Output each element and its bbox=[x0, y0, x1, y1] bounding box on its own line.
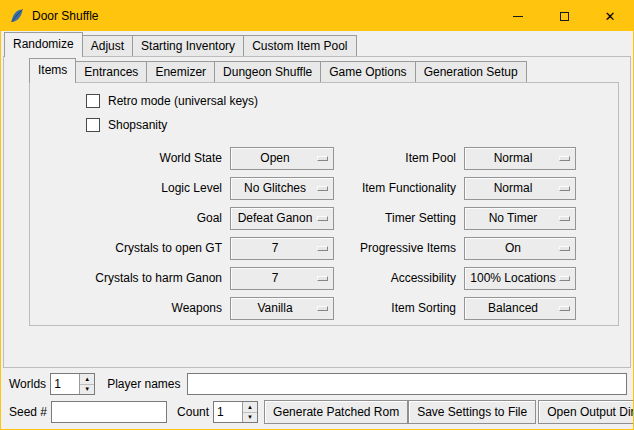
retro-mode-label: Retro mode (universal keys) bbox=[108, 94, 258, 108]
tab-items[interactable]: Items bbox=[29, 58, 76, 83]
field-row: Crystals to open GT 7 Progressive Items … bbox=[86, 233, 618, 263]
titlebar[interactable]: Door Shuffle ✕ bbox=[1, 1, 633, 31]
dropdown-indicator-icon bbox=[559, 156, 570, 161]
goal-dropdown[interactable]: Defeat Ganon bbox=[230, 207, 334, 230]
bottom-bar: Worlds ▲ ▼ Player names Seed # Count ▲ ▼ bbox=[1, 368, 633, 429]
worlds-spin-up-button[interactable]: ▲ bbox=[80, 374, 94, 385]
seed-row: Seed # Count ▲ ▼ Generate Patched Rom Sa… bbox=[9, 400, 627, 424]
maximize-icon bbox=[560, 12, 569, 21]
field-row: Goal Defeat Ganon Timer Setting No Timer bbox=[86, 203, 618, 233]
progressive-items-dropdown[interactable]: On bbox=[464, 237, 576, 260]
field-row: Logic Level No Glitches Item Functionali… bbox=[86, 173, 618, 203]
seed-label: Seed # bbox=[9, 405, 47, 419]
item-pool-label: Item Pool bbox=[334, 151, 456, 165]
crystals-gt-value: 7 bbox=[272, 241, 279, 255]
dropdown-indicator-icon bbox=[317, 306, 328, 311]
dropdown-indicator-icon bbox=[317, 216, 328, 221]
dropdown-indicator-icon bbox=[317, 246, 328, 251]
progressive-items-label: Progressive Items bbox=[334, 241, 456, 255]
dropdown-indicator-icon bbox=[559, 276, 570, 281]
logic-level-label: Logic Level bbox=[86, 181, 222, 195]
tab-adjust[interactable]: Adjust bbox=[82, 35, 133, 56]
crystals-ganon-label: Crystals to harm Ganon bbox=[86, 271, 222, 285]
items-pane: Retro mode (universal keys) Shopsanity W… bbox=[29, 82, 619, 326]
item-pool-value: Normal bbox=[494, 151, 533, 165]
timer-setting-label: Timer Setting bbox=[334, 211, 456, 225]
door-shuffle-window: Door Shuffle ✕ Randomize Adjust Starting… bbox=[0, 0, 634, 430]
tab-generation-setup[interactable]: Generation Setup bbox=[415, 61, 527, 82]
inner-tabbar: Items Entrances Enemizer Dungeon Shuffle… bbox=[4, 57, 630, 82]
dropdown-indicator-icon bbox=[559, 306, 570, 311]
accessibility-value: 100% Locations bbox=[470, 271, 555, 285]
maximize-button[interactable] bbox=[541, 1, 587, 31]
dropdown-indicator-icon bbox=[559, 246, 570, 251]
item-functionality-dropdown[interactable]: Normal bbox=[464, 177, 576, 200]
shopsanity-checkbox[interactable] bbox=[86, 118, 100, 132]
save-settings-button[interactable]: Save Settings to File bbox=[408, 400, 536, 424]
app-icon[interactable] bbox=[9, 8, 25, 24]
retro-mode-checkbox[interactable] bbox=[86, 94, 100, 108]
outer-tabbar: Randomize Adjust Starting Inventory Cust… bbox=[1, 31, 633, 56]
worlds-input[interactable] bbox=[51, 374, 79, 394]
seed-input[interactable] bbox=[51, 401, 167, 423]
weapons-label: Weapons bbox=[86, 301, 222, 315]
randomize-pane: Items Entrances Enemizer Dungeon Shuffle… bbox=[3, 56, 631, 368]
field-row: Crystals to harm Ganon 7 Accessibility 1… bbox=[86, 263, 618, 293]
field-row: World State Open Item Pool Normal bbox=[86, 143, 618, 173]
retro-mode-option[interactable]: Retro mode (universal keys) bbox=[86, 89, 618, 113]
count-label: Count bbox=[177, 405, 209, 419]
count-spin-up-button[interactable]: ▲ bbox=[243, 402, 257, 413]
weapons-value: Vanilla bbox=[257, 301, 292, 315]
generate-patched-rom-button[interactable]: Generate Patched Rom bbox=[264, 400, 408, 424]
count-input[interactable] bbox=[214, 402, 242, 422]
close-icon: ✕ bbox=[605, 10, 616, 23]
worlds-spin-down-button[interactable]: ▼ bbox=[80, 385, 94, 395]
item-sorting-dropdown[interactable]: Balanced bbox=[464, 297, 576, 320]
tab-starting-inventory[interactable]: Starting Inventory bbox=[132, 35, 244, 56]
dropdown-indicator-icon bbox=[317, 276, 328, 281]
accessibility-dropdown[interactable]: 100% Locations bbox=[464, 267, 576, 290]
minimize-button[interactable] bbox=[495, 1, 541, 31]
worlds-row: Worlds ▲ ▼ Player names bbox=[9, 372, 627, 396]
logic-level-dropdown[interactable]: No Glitches bbox=[230, 177, 334, 200]
dropdown-indicator-icon bbox=[317, 186, 328, 191]
world-state-dropdown[interactable]: Open bbox=[230, 147, 334, 170]
tab-custom-item-pool[interactable]: Custom Item Pool bbox=[243, 35, 356, 56]
player-names-label: Player names bbox=[107, 377, 180, 391]
world-state-value: Open bbox=[260, 151, 289, 165]
close-button[interactable]: ✕ bbox=[587, 1, 633, 31]
field-row: Weapons Vanilla Item Sorting Balanced bbox=[86, 293, 618, 323]
tab-entrances[interactable]: Entrances bbox=[75, 61, 147, 82]
goal-label: Goal bbox=[86, 211, 222, 225]
dropdown-indicator-icon bbox=[317, 156, 328, 161]
dropdown-indicator-icon bbox=[559, 186, 570, 191]
count-spinbox[interactable]: ▲ ▼ bbox=[213, 401, 258, 423]
worlds-spinbox[interactable]: ▲ ▼ bbox=[50, 373, 95, 395]
crystals-ganon-dropdown[interactable]: 7 bbox=[230, 267, 334, 290]
item-pool-dropdown[interactable]: Normal bbox=[464, 147, 576, 170]
shopsanity-option[interactable]: Shopsanity bbox=[86, 113, 618, 137]
minimize-icon bbox=[513, 16, 523, 17]
item-sorting-label: Item Sorting bbox=[334, 301, 456, 315]
player-names-input[interactable] bbox=[187, 373, 628, 395]
timer-setting-dropdown[interactable]: No Timer bbox=[464, 207, 576, 230]
tab-game-options[interactable]: Game Options bbox=[320, 61, 415, 82]
goal-value: Defeat Ganon bbox=[238, 211, 313, 225]
crystals-gt-dropdown[interactable]: 7 bbox=[230, 237, 334, 260]
count-spin-down-button[interactable]: ▼ bbox=[243, 413, 257, 423]
open-output-directory-button[interactable]: Open Output Directory bbox=[538, 400, 634, 424]
weapons-dropdown[interactable]: Vanilla bbox=[230, 297, 334, 320]
item-sorting-value: Balanced bbox=[488, 301, 538, 315]
accessibility-label: Accessibility bbox=[334, 271, 456, 285]
item-functionality-label: Item Functionality bbox=[334, 181, 456, 195]
option-fields: World State Open Item Pool Normal Logic … bbox=[86, 143, 618, 323]
dropdown-indicator-icon bbox=[559, 216, 570, 221]
tab-dungeon-shuffle[interactable]: Dungeon Shuffle bbox=[214, 61, 321, 82]
world-state-label: World State bbox=[86, 151, 222, 165]
tab-randomize[interactable]: Randomize bbox=[4, 32, 83, 57]
crystals-ganon-value: 7 bbox=[272, 271, 279, 285]
item-functionality-value: Normal bbox=[494, 181, 533, 195]
tab-enemizer[interactable]: Enemizer bbox=[146, 61, 215, 82]
window-title: Door Shuffle bbox=[32, 9, 99, 23]
progressive-items-value: On bbox=[505, 241, 521, 255]
